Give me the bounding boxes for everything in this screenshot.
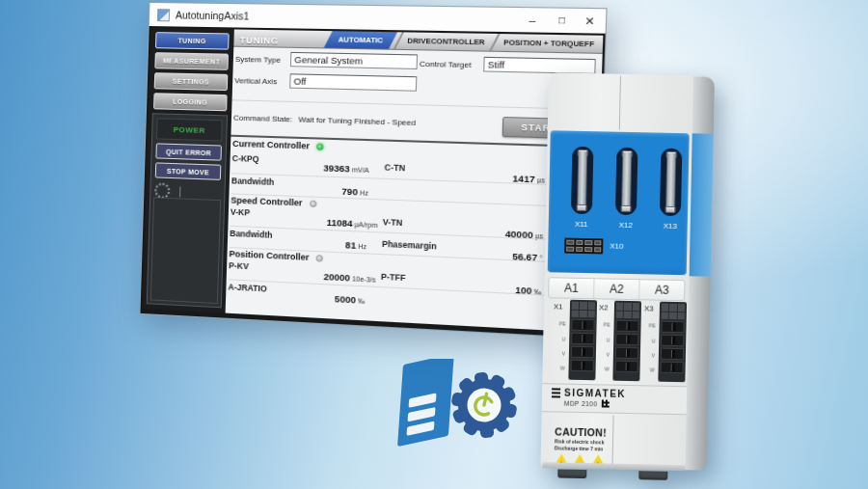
quit-error-button[interactable]: QUIT ERROR — [155, 143, 222, 160]
sidebar-lower-frame — [150, 197, 221, 304]
terminal-label-pe: PE — [597, 321, 610, 327]
port-label-x3: X3 — [644, 304, 654, 312]
encoder-panel: X11 X12 X13 X10 — [548, 130, 690, 275]
encoder-connector-x11 — [571, 147, 593, 214]
pin-grid — [662, 304, 685, 319]
encoder-connector-x12 — [615, 148, 637, 215]
pin — [594, 240, 602, 245]
system-type-label: System Type — [235, 55, 281, 65]
section-title: TUNING — [233, 35, 279, 46]
tabs: AUTOMATIC DRIVECONTROLLER POSITION + TOR… — [324, 31, 603, 53]
param-label: A-JRATIO — [228, 282, 267, 293]
brand-strip: SIGMATEK MDP 2100 — [542, 383, 688, 415]
model-name: MDP 2100 — [564, 399, 598, 407]
control-target-input[interactable] — [483, 57, 596, 74]
axis-label-a2: A2 — [593, 279, 638, 299]
sidebar-item-measurement[interactable]: MEASUREMENT — [154, 52, 229, 70]
sidebar-item-settings[interactable]: SETTINGS — [154, 72, 229, 91]
control-target-label: Control Target — [420, 60, 472, 69]
app-window-wrap: AutotuningAxis1 – □ ✕ TUNING MEASUREMENT… — [139, 2, 607, 340]
system-type-input[interactable] — [290, 52, 418, 69]
terminal-label-pe: PE — [642, 322, 655, 328]
connector-metal — [622, 152, 632, 210]
param-label: P-KV — [229, 260, 249, 271]
port-label-x12: X12 — [615, 221, 637, 230]
terminal-block-x1 — [568, 300, 597, 381]
app-icon — [157, 9, 170, 21]
terminal-label-v: V — [597, 351, 610, 357]
device-front: X11 X12 X13 X10 A1 A2 A3 X1 — [540, 72, 693, 471]
param-value: 5000‰ — [265, 289, 366, 306]
terminal-label-w: W — [553, 365, 565, 370]
connector-metal — [666, 153, 676, 211]
unit: µA/rpm — [355, 221, 378, 229]
module-seam — [619, 76, 621, 130]
port-label-x10: X10 — [610, 242, 623, 251]
pin — [566, 247, 574, 252]
unit: ‰ — [358, 297, 366, 305]
terminal-block-x2 — [612, 301, 641, 382]
gear-icon — [446, 366, 524, 445]
divider — [179, 186, 180, 197]
param-label: C-TN — [384, 162, 405, 173]
app-window: AutotuningAxis1 – □ ✕ TUNING MEASUREMENT… — [139, 2, 607, 340]
stage: AutotuningAxis1 – □ ✕ TUNING MEASUREMENT… — [0, 0, 868, 489]
minimize-button[interactable]: – — [521, 11, 545, 29]
pin — [576, 247, 583, 252]
close-button[interactable]: ✕ — [578, 12, 602, 30]
pin — [594, 247, 602, 252]
terminal-label-u: U — [642, 338, 655, 343]
drive-module: X11 X12 X13 X10 A1 A2 A3 X1 — [540, 72, 715, 474]
param-label: C-KPQ — [232, 153, 259, 164]
stop-move-button[interactable]: STOP MOVE — [155, 162, 222, 179]
param-label: Phasemargin — [382, 239, 437, 252]
port-label-x13: X13 — [660, 222, 681, 231]
param-label: P-TFF — [381, 272, 406, 284]
product-logo — [382, 359, 544, 457]
io-connector-x10 — [564, 238, 603, 255]
terminal-label-u: U — [553, 336, 565, 341]
port-label-x1: X1 — [554, 302, 563, 311]
current-controller-title: Current Controller — [232, 139, 310, 151]
position-controller-led — [316, 255, 323, 261]
param-label: V-TN — [383, 217, 403, 228]
terminal-slot — [615, 334, 638, 346]
maximize-button[interactable]: □ — [550, 12, 574, 30]
module-card-icon — [397, 359, 454, 447]
terminal-slot — [615, 347, 638, 359]
pin — [584, 240, 592, 245]
port-label-x11: X11 — [571, 220, 592, 229]
tab-strip: TUNING AUTOMATIC DRIVECONTROLLER POSITIO… — [233, 29, 603, 53]
pin — [576, 240, 583, 245]
sigmatek-logo-icon — [552, 388, 560, 397]
window-body: TUNING MEASUREMENT SETTINGS LOGGING POWE… — [140, 26, 605, 338]
tab-drivecontroller[interactable]: DRIVECONTROLLER — [399, 32, 494, 50]
terminal-slot — [615, 361, 638, 372]
sidebar: TUNING MEASUREMENT SETTINGS LOGGING POWE… — [143, 28, 234, 313]
speed-controller-led — [310, 200, 316, 206]
terminal-label-v: V — [553, 350, 565, 356]
pin-grid — [616, 303, 639, 318]
sidebar-item-logging[interactable]: LOGGING — [153, 93, 228, 111]
terminal-slot — [661, 321, 684, 334]
port-label-x2: X2 — [599, 303, 609, 312]
value: 20000 — [323, 271, 350, 284]
unit: 10e-3/s — [352, 275, 376, 283]
connector-screw — [621, 205, 632, 212]
power-status-label: POWER — [156, 118, 223, 141]
power-panel: POWER QUIT ERROR STOP MOVE — [147, 113, 228, 308]
terminal-label-w: W — [597, 366, 610, 371]
pin-grid — [572, 302, 595, 317]
caution-title: CAUTION! — [555, 425, 661, 439]
terminal-block-x3 — [658, 302, 687, 383]
vertical-axis-label: Vertical Axis — [234, 76, 277, 86]
speed-controller-header: Speed Controller — [231, 195, 316, 208]
tab-position-torqueff[interactable]: POSITION + TORQUEFF — [495, 34, 603, 53]
vertical-axis-input[interactable] — [289, 73, 417, 91]
sidebar-item-tuning[interactable]: TUNING — [155, 32, 230, 49]
value: 39363 — [323, 162, 350, 174]
param-value: 39363mV/A — [269, 160, 369, 175]
gear-power-icon — [382, 359, 544, 453]
tab-automatic[interactable]: AUTOMATIC — [324, 31, 397, 49]
model-row: MDP 2100 — [564, 399, 687, 410]
